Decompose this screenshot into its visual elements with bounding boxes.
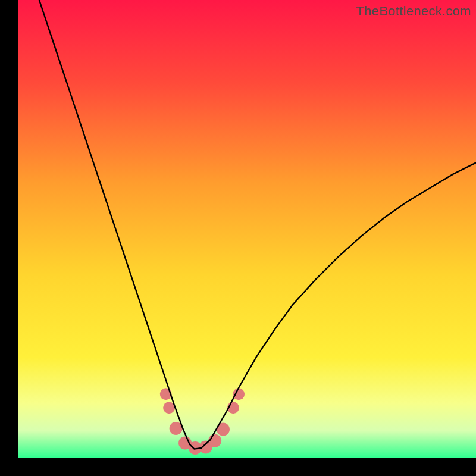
chart-plot <box>18 0 476 458</box>
watermark-text: TheBottleneck.com <box>356 4 471 19</box>
chart-frame <box>18 0 476 458</box>
gradient-bg <box>18 0 476 458</box>
marker-dot <box>233 388 245 400</box>
